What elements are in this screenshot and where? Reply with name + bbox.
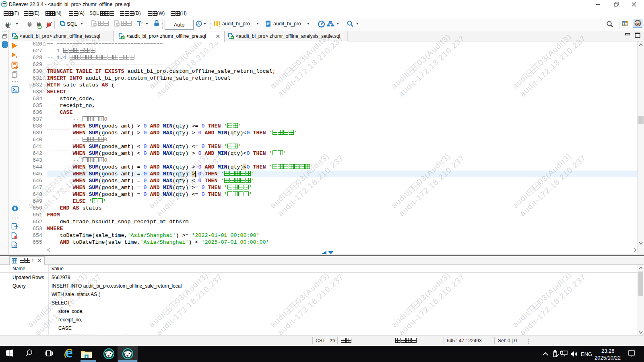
svg-text:+: +	[16, 55, 18, 59]
svg-text:(x): (x)	[12, 244, 16, 247]
svg-text:+: +	[9, 21, 11, 26]
